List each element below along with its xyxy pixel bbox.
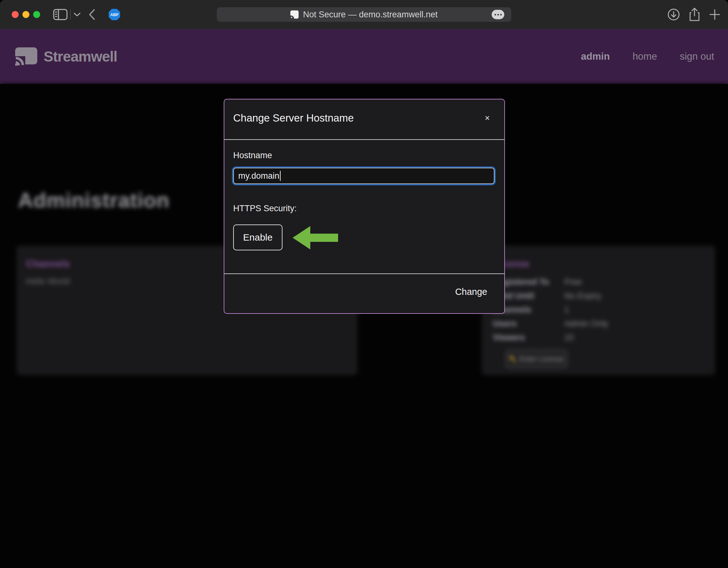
enter-license-button[interactable]: Enter License [506, 350, 567, 368]
license-row: Registered ToFree [493, 277, 609, 291]
cast-logo-icon [15, 47, 37, 66]
key-icon [509, 355, 516, 362]
license-row: Viewers10 [493, 333, 609, 347]
svg-text:ABP: ABP [110, 13, 118, 17]
sidebar-toggle-icon[interactable] [52, 0, 68, 29]
browser-window: ABP Not Secure — demo.streamwell.net [0, 0, 728, 568]
nav-home[interactable]: home [633, 51, 657, 62]
more-options-icon[interactable] [492, 10, 504, 19]
channel-list-item[interactable]: Hello World [26, 277, 70, 286]
hostname-value: my.domain [238, 171, 279, 181]
browser-toolbar: ABP Not Secure — demo.streamwell.net [0, 0, 728, 29]
nav-admin[interactable]: admin [581, 51, 610, 62]
downloads-icon[interactable] [666, 0, 681, 29]
share-icon[interactable] [687, 0, 702, 29]
site-favicon-icon [290, 10, 299, 19]
license-row: Valid UntilNo Expiry [493, 291, 609, 305]
hostname-input[interactable]: my.domain [233, 168, 494, 184]
brand[interactable]: Streamwell [15, 29, 117, 84]
close-icon[interactable]: × [485, 114, 490, 123]
back-icon[interactable] [86, 0, 98, 29]
change-hostname-modal: Change Server Hostname × Hostname my.dom… [224, 99, 505, 314]
text-caret [280, 171, 281, 181]
window-zoom-button[interactable] [33, 11, 40, 18]
enable-https-button[interactable]: Enable [233, 225, 282, 251]
annotation-arrow-icon [292, 225, 339, 251]
change-button[interactable]: Change [455, 287, 487, 297]
abp-extension-icon[interactable]: ABP [107, 0, 121, 29]
license-rows: Registered ToFree Valid UntilNo Expiry C… [493, 277, 609, 347]
nav-sign-out[interactable]: sign out [680, 51, 714, 62]
page-title: Administration [18, 188, 170, 212]
modal-header: Change Server Hostname × [224, 100, 504, 140]
toolbar-divider [70, 9, 71, 20]
address-text: Not Secure — demo.streamwell.net [303, 10, 438, 20]
modal-title: Change Server Hostname [233, 112, 354, 124]
window-minimize-button[interactable] [22, 11, 29, 18]
address-bar[interactable]: Not Secure — demo.streamwell.net [217, 7, 511, 22]
brand-name: Streamwell [44, 48, 117, 65]
license-row: Channels1 [493, 305, 609, 319]
new-tab-icon[interactable] [707, 0, 722, 29]
modal-footer: Change [224, 274, 504, 313]
https-security-label: HTTPS Security: [233, 204, 297, 214]
site-header: Streamwell admin home sign out [0, 29, 728, 84]
hostname-label: Hostname [233, 151, 272, 160]
license-row: UsersAdmin Only [493, 319, 609, 333]
main-nav: admin home sign out [581, 29, 714, 84]
window-close-button[interactable] [12, 11, 19, 18]
tab-overview-chevron-icon[interactable] [73, 0, 82, 29]
